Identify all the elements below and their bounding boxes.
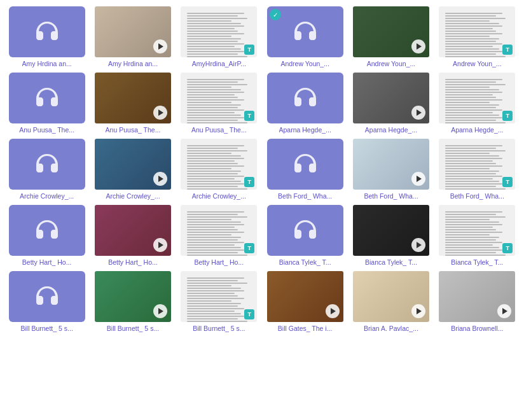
play-triangle-icon [158, 109, 163, 116]
grid-item[interactable]: Brian A. Pavlac_... [350, 271, 431, 332]
grid-item[interactable]: TBill Burnett_ 5 s... [179, 271, 259, 332]
play-button[interactable] [411, 172, 425, 186]
grid-item[interactable]: Aparna Hegde_... [265, 73, 345, 134]
doc-type-badge: T [244, 177, 254, 187]
headphone-icon [291, 150, 319, 178]
doc-type-badge: T [502, 111, 513, 121]
item-label: Anu Puusa_ The... [19, 126, 74, 134]
headphone-icon [291, 18, 319, 46]
item-label: Bill Burnett_ 5 s... [193, 325, 245, 332]
grid-item[interactable]: TBetty Hart_ Ho... [179, 205, 259, 266]
headphone-icon [33, 18, 61, 46]
item-label: Betty Hart_ Ho... [195, 258, 244, 266]
play-button[interactable] [153, 39, 167, 53]
item-label: Aparna Hegde_... [451, 126, 503, 134]
grid-item[interactable]: Amy Hrdina an... [6, 6, 87, 67]
headphone-icon [33, 150, 61, 178]
doc-type-badge: T [244, 111, 254, 121]
grid-item[interactable]: Anu Puusa_ The... [92, 73, 173, 134]
play-triangle-icon [502, 308, 507, 314]
item-label: Bill Burnett_ 5 s... [21, 325, 73, 332]
play-triangle-icon [158, 176, 163, 182]
item-label: Archie Crowley_... [20, 192, 74, 200]
grid-item[interactable]: TArchie Crowley_... [179, 139, 259, 200]
grid-item[interactable]: TAndrew Youn_... [437, 6, 518, 67]
item-label: Bianca Tylek_ T... [451, 258, 503, 266]
play-triangle-icon [331, 308, 336, 314]
play-triangle-icon [417, 43, 422, 50]
item-label: Anu Puusa_ The... [191, 126, 247, 134]
grid-item[interactable]: TAmyHrdina_AirP... [179, 6, 259, 67]
file-grid: Amy Hrdina an...Amy Hrdina an...TAmyHrdi… [0, 0, 524, 339]
item-label: Briana Brownell... [451, 325, 503, 332]
item-label: Amy Hrdina an... [22, 60, 72, 67]
grid-item[interactable]: Andrew Youn_... [350, 6, 431, 67]
play-button[interactable] [326, 304, 340, 318]
play-button[interactable] [153, 172, 167, 186]
item-label: Bill Gates_ The i... [278, 325, 333, 332]
item-label: Andrew Youn_... [453, 60, 501, 67]
grid-item[interactable]: Archie Crowley_... [92, 139, 173, 200]
play-button[interactable] [411, 106, 425, 120]
item-label: Beth Ford_ Wha... [364, 192, 418, 200]
grid-item[interactable]: Bill Burnett_ 5 s... [6, 271, 87, 332]
item-label: Andrew Youn_... [367, 60, 415, 67]
grid-item[interactable]: Betty Hart_ Ho... [92, 205, 173, 266]
item-label: Andrew Youn_... [280, 60, 329, 67]
item-label: Beth Ford_ Wha... [450, 192, 504, 200]
doc-type-badge: T [502, 45, 513, 55]
item-label: Bianca Tylek_ T... [279, 258, 331, 266]
headphone-icon [33, 216, 61, 244]
headphone-icon [291, 84, 319, 112]
grid-item[interactable]: Bianca Tylek_ T... [265, 205, 345, 266]
play-triangle-icon [158, 242, 163, 248]
play-button[interactable] [411, 238, 425, 252]
grid-item[interactable]: Briana Brownell... [437, 271, 518, 332]
doc-type-badge: T [244, 243, 254, 253]
grid-item[interactable]: Archie Crowley_... [6, 139, 87, 200]
item-label: Amy Hrdina an... [108, 60, 158, 67]
play-button[interactable] [153, 106, 167, 120]
headphone-icon [33, 84, 61, 112]
headphone-icon [291, 216, 319, 244]
item-label: AmyHrdina_AirP... [192, 60, 246, 67]
grid-item[interactable]: TAnu Puusa_ The... [179, 73, 259, 134]
grid-item[interactable]: TAparna Hegde_... [437, 73, 518, 134]
play-button[interactable] [153, 238, 167, 252]
item-label: Aparna Hegde_... [279, 126, 331, 134]
item-label: Bill Burnett_ 5 s... [107, 325, 159, 332]
grid-item[interactable]: TBeth Ford_ Wha... [437, 139, 518, 200]
item-label: Betty Hart_ Ho... [22, 258, 72, 266]
doc-type-badge: T [244, 45, 254, 55]
grid-item[interactable]: Bianca Tylek_ T... [350, 205, 431, 266]
item-label: Beth Ford_ Wha... [278, 192, 332, 200]
item-label: Brian A. Pavlac_... [364, 325, 418, 332]
grid-item[interactable]: Amy Hrdina an... [92, 6, 173, 67]
headphone-icon [33, 283, 61, 311]
doc-type-badge: T [502, 243, 513, 253]
item-label: Betty Hart_ Ho... [108, 258, 158, 266]
grid-item[interactable]: Beth Ford_ Wha... [265, 139, 345, 200]
play-triangle-icon [417, 242, 422, 248]
verified-badge: ✓ [270, 9, 281, 20]
grid-item[interactable]: TBianca Tylek_ T... [437, 205, 518, 266]
grid-item[interactable]: ✓Andrew Youn_... [265, 6, 345, 67]
item-label: Anu Puusa_ The... [106, 126, 161, 134]
grid-item[interactable]: Beth Ford_ Wha... [350, 139, 431, 200]
play-triangle-icon [417, 308, 422, 314]
grid-item[interactable]: Anu Puusa_ The... [6, 73, 87, 134]
grid-item[interactable]: Betty Hart_ Ho... [6, 205, 87, 266]
grid-item[interactable]: Aparna Hegde_... [350, 73, 431, 134]
grid-item[interactable]: Bill Burnett_ 5 s... [92, 271, 173, 332]
play-button[interactable] [153, 304, 167, 318]
item-label: Archie Crowley_... [192, 192, 246, 200]
item-label: Bianca Tylek_ T... [365, 258, 417, 266]
play-triangle-icon [417, 176, 422, 182]
grid-item[interactable]: Bill Gates_ The i... [265, 271, 345, 332]
play-button[interactable] [411, 304, 425, 318]
play-triangle-icon [158, 308, 163, 314]
play-button[interactable] [411, 39, 425, 53]
item-label: Aparna Hegde_... [365, 126, 417, 134]
play-triangle-icon [158, 43, 163, 50]
play-triangle-icon [417, 109, 422, 116]
